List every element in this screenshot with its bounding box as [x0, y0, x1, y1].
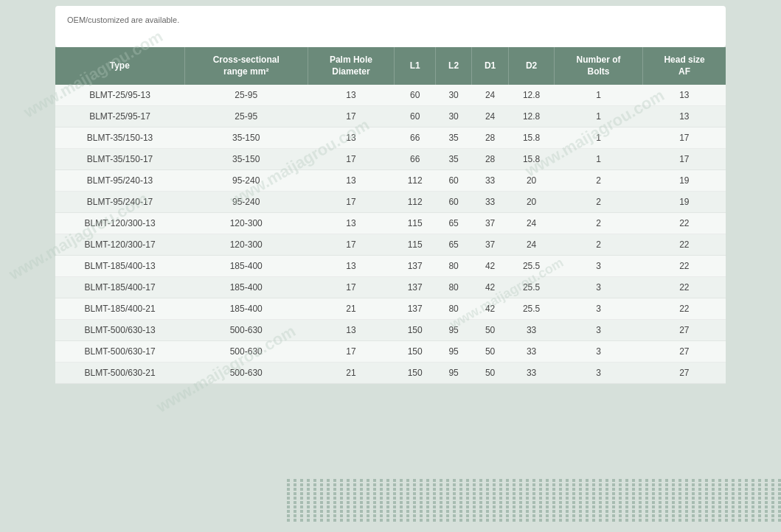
dot [499, 488, 502, 491]
dot [420, 519, 423, 522]
dot [307, 479, 310, 482]
dot [605, 492, 608, 495]
cell-l2: 30 [436, 85, 471, 106]
dot [506, 514, 509, 517]
dot [559, 501, 562, 504]
cell-num_bolts: 3 [554, 363, 642, 384]
dot [758, 510, 761, 513]
dot [360, 514, 363, 517]
dot [459, 483, 462, 486]
dot [546, 483, 549, 486]
dot [678, 519, 681, 522]
dot [479, 514, 482, 517]
dot [718, 492, 721, 495]
dot [652, 519, 655, 522]
dot [705, 505, 708, 508]
dot [592, 519, 595, 522]
cell-l2: 80 [436, 277, 471, 298]
dot [473, 492, 476, 495]
dot [579, 514, 582, 517]
cell-l1: 66 [395, 127, 436, 149]
dot [420, 488, 423, 491]
dot [605, 505, 608, 508]
dot [745, 501, 748, 504]
dot [612, 514, 615, 517]
cell-cross_section: 25-95 [184, 85, 308, 106]
dot [453, 505, 456, 508]
cell-num_bolts: 1 [554, 106, 642, 127]
dot [486, 501, 489, 504]
cell-l1: 115 [395, 213, 436, 234]
dot [738, 479, 741, 482]
dot [440, 483, 442, 486]
dot [632, 501, 635, 504]
dot [546, 510, 549, 513]
dot [778, 492, 781, 495]
cell-cross_section: 95-240 [184, 170, 308, 192]
dot [380, 479, 383, 482]
dot [685, 505, 688, 508]
dot [725, 492, 728, 495]
dot [732, 483, 735, 486]
dot [526, 492, 529, 495]
dot [386, 488, 389, 491]
dot [586, 479, 589, 482]
dot [712, 497, 715, 500]
dot [732, 492, 735, 495]
dot [519, 492, 522, 495]
dot [592, 497, 595, 500]
dot [559, 497, 562, 500]
dot [386, 514, 389, 517]
dot [765, 497, 768, 500]
cell-num_bolts: 2 [554, 234, 642, 256]
dot [513, 492, 516, 495]
cell-l2: 35 [436, 149, 471, 170]
dot [393, 519, 396, 522]
dot [665, 497, 668, 500]
dot [313, 514, 316, 517]
dot [300, 483, 303, 486]
dot [406, 479, 409, 482]
dot [413, 479, 416, 482]
dot [652, 488, 655, 491]
dot [612, 479, 615, 482]
dot [698, 492, 701, 495]
dot [546, 492, 549, 495]
cell-num_bolts: 2 [554, 170, 642, 192]
dot [327, 488, 330, 491]
dot [712, 488, 715, 491]
dot [526, 519, 529, 522]
dot [433, 505, 436, 508]
dot [566, 492, 569, 495]
dot [599, 488, 602, 491]
dot [433, 483, 436, 486]
dot [426, 492, 429, 495]
dot [619, 510, 622, 513]
cell-l2: 95 [436, 363, 471, 384]
dot [546, 479, 549, 482]
dot [698, 479, 701, 482]
cell-d2: 33 [509, 363, 555, 384]
dot [333, 510, 336, 513]
dot [665, 501, 668, 504]
dot [685, 488, 688, 491]
dot [353, 492, 356, 495]
dot [532, 479, 535, 482]
dot [758, 492, 761, 495]
cell-head_size: 27 [643, 341, 726, 363]
dot [599, 505, 602, 508]
dot [367, 492, 369, 495]
dot [612, 483, 615, 486]
dot [632, 483, 635, 486]
dot [320, 479, 323, 482]
dot [300, 519, 303, 522]
cell-cross_section: 500-630 [184, 320, 308, 341]
dot [778, 497, 781, 500]
dot [333, 488, 336, 491]
dot [386, 505, 389, 508]
dot [645, 519, 648, 522]
dot [632, 479, 635, 482]
cell-d1: 33 [471, 170, 509, 192]
cell-palm_hole: 13 [308, 256, 394, 277]
dot [406, 519, 409, 522]
